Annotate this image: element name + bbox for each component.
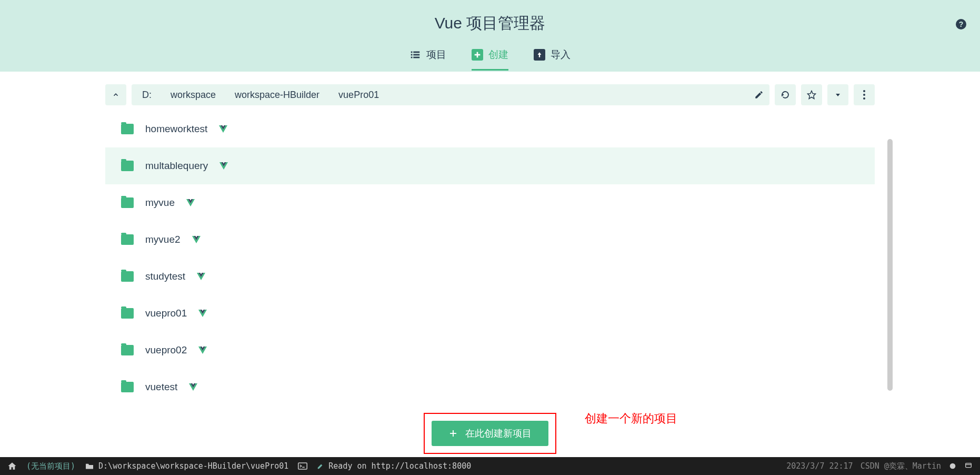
svg-point-12 <box>863 90 865 92</box>
svg-point-13 <box>863 94 865 96</box>
svg-point-14 <box>863 97 865 100</box>
favorite-button[interactable] <box>801 84 822 105</box>
svg-marker-10 <box>808 91 816 99</box>
list-icon <box>409 49 421 61</box>
annotation-label: 创建一个新的项目 <box>585 411 677 427</box>
upload-icon <box>534 49 545 61</box>
list-item[interactable]: homeworktest <box>105 111 875 147</box>
svg-text:?: ? <box>959 20 964 28</box>
folder-icon <box>121 308 134 319</box>
create-button-label: 在此创建新项目 <box>465 427 532 440</box>
breadcrumb[interactable]: D: workspace workspace-HBuilder vuePro01 <box>132 84 769 105</box>
svg-rect-2 <box>411 54 413 56</box>
tray-icon[interactable] <box>948 462 957 470</box>
tab-label: 创建 <box>488 48 508 62</box>
status-ready: Ready on http://localhost:8000 <box>328 461 471 471</box>
folder-icon <box>85 462 94 470</box>
svg-rect-17 <box>298 463 307 469</box>
list-item-label: homeworktest <box>145 123 207 135</box>
tab-label: 导入 <box>551 48 571 62</box>
vue-icon <box>219 162 228 170</box>
vue-icon <box>192 236 201 243</box>
breadcrumb-segment[interactable]: workspace <box>166 87 220 103</box>
breadcrumb-segment[interactable]: D: <box>138 87 156 103</box>
svg-point-19 <box>950 463 956 469</box>
svg-rect-0 <box>411 52 413 53</box>
plus-icon <box>472 49 483 61</box>
list-item[interactable]: studytest <box>105 258 875 295</box>
pencil-icon <box>317 462 324 470</box>
tab-projects[interactable]: 项目 <box>409 48 446 71</box>
svg-rect-4 <box>411 57 413 58</box>
list-item[interactable]: multablequery <box>105 147 875 184</box>
create-area: 在此创建新项目 创建一个新的项目 <box>105 413 875 454</box>
svg-rect-7 <box>475 54 481 56</box>
app-title: Vue 项目管理器 <box>435 13 546 34</box>
svg-marker-11 <box>836 94 840 96</box>
status-path-item[interactable]: D:\workspace\workspace-HBuilder\vuePro01 <box>85 461 288 471</box>
folder-icon <box>121 161 134 171</box>
annotation-box: 在此创建新项目 <box>424 413 556 454</box>
statusbar: (无当前项目) D:\workspace\workspace-HBuilder\… <box>0 457 980 475</box>
notification-icon[interactable] <box>964 462 973 470</box>
svg-rect-5 <box>413 57 419 58</box>
refresh-button[interactable] <box>775 84 796 105</box>
watermark: CSDN @奕霖、Martin <box>861 461 941 471</box>
vue-icon <box>198 310 207 317</box>
help-icon[interactable]: ? <box>955 18 967 31</box>
tab-import[interactable]: 导入 <box>534 48 571 71</box>
tab-label: 项目 <box>426 48 446 62</box>
edit-path-button[interactable] <box>748 84 769 105</box>
breadcrumb-segment[interactable]: vuePro01 <box>334 87 383 103</box>
svg-rect-3 <box>413 54 419 56</box>
folder-icon <box>121 271 134 282</box>
list-item[interactable]: vuepro01 <box>105 295 875 332</box>
vue-icon <box>189 383 197 391</box>
file-list: homeworktestmultablequerymyvuemyvue2stud… <box>105 111 875 405</box>
list-item-label: studytest <box>145 271 185 282</box>
main-content: D: workspace workspace-HBuilder vuePro01 <box>0 84 980 454</box>
vue-icon <box>186 199 195 206</box>
home-icon[interactable] <box>7 461 17 471</box>
dropdown-button[interactable] <box>827 84 848 105</box>
list-item[interactable]: vuepro02 <box>105 332 875 369</box>
more-button[interactable] <box>854 84 875 105</box>
list-item[interactable]: vuetest <box>105 369 875 405</box>
status-no-project: (无当前项目) <box>26 461 75 471</box>
terminal-icon[interactable] <box>298 462 307 470</box>
status-ready-item[interactable]: Ready on http://localhost:8000 <box>317 461 471 471</box>
toolbar: D: workspace workspace-HBuilder vuePro01 <box>105 84 875 105</box>
scrollbar[interactable] <box>887 139 893 391</box>
folder-icon <box>121 234 134 245</box>
status-path: D:\workspace\workspace-HBuilder\vuePro01 <box>98 461 288 471</box>
create-project-button[interactable]: 在此创建新项目 <box>432 421 548 446</box>
folder-icon <box>121 197 134 208</box>
list-item-label: vuepro01 <box>145 308 187 319</box>
folder-icon <box>121 382 134 392</box>
breadcrumb-segment[interactable]: workspace-HBuilder <box>231 87 324 103</box>
list-item-label: multablequery <box>145 160 208 172</box>
tab-create[interactable]: 创建 <box>472 48 508 71</box>
list-item[interactable]: myvue2 <box>105 221 875 258</box>
folder-icon <box>121 345 134 355</box>
vue-icon <box>219 125 227 133</box>
list-item-label: myvue <box>145 197 175 209</box>
list-item-label: myvue2 <box>145 234 181 245</box>
vue-icon <box>197 273 205 280</box>
list-item-label: vuetest <box>145 381 177 393</box>
app-header: Vue 项目管理器 项目 创建 导入 ? <box>0 0 980 72</box>
folder-icon <box>121 124 134 134</box>
svg-rect-1 <box>413 52 419 53</box>
tabs: 项目 创建 导入 <box>409 48 571 71</box>
list-item[interactable]: myvue <box>105 184 875 221</box>
vue-icon <box>198 347 207 354</box>
status-timestamp: 2023/3/7 22:17 <box>786 461 853 471</box>
list-item-label: vuepro02 <box>145 344 187 356</box>
up-button[interactable] <box>105 84 126 105</box>
svg-rect-20 <box>966 463 972 468</box>
